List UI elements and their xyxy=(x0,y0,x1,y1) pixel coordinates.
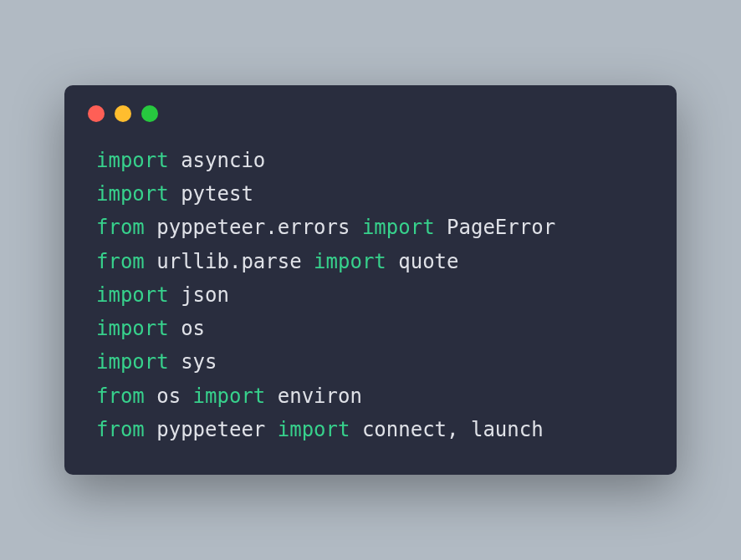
close-icon[interactable] xyxy=(88,105,105,122)
keyword: from xyxy=(96,250,145,273)
code-text: os xyxy=(169,317,205,340)
code-window: import asyncioimport pytestfrom pyppetee… xyxy=(64,85,677,476)
keyword: from xyxy=(96,418,145,441)
title-bar xyxy=(64,105,677,137)
code-text: PageError xyxy=(435,216,556,239)
maximize-icon[interactable] xyxy=(141,105,158,122)
code-text: os xyxy=(145,384,193,408)
keyword: import xyxy=(96,149,169,172)
code-text: quote xyxy=(386,250,459,273)
keyword: import xyxy=(193,384,266,408)
code-line: import os xyxy=(96,312,645,345)
keyword: import xyxy=(96,350,169,374)
code-block: import asyncioimport pytestfrom pyppetee… xyxy=(64,137,677,452)
keyword: import xyxy=(96,182,169,206)
code-line: import sys xyxy=(96,345,645,379)
code-line: import asyncio xyxy=(96,144,645,177)
keyword: import xyxy=(362,216,435,239)
code-line: import json xyxy=(96,278,645,312)
keyword: import xyxy=(96,283,169,307)
keyword: import xyxy=(314,250,386,273)
code-line: from urllib.parse import quote xyxy=(96,245,645,278)
code-text: pyppeteer xyxy=(145,418,278,441)
code-text: pyppeteer.errors xyxy=(145,216,362,239)
code-text: environ xyxy=(265,384,362,408)
code-line: from pyppeteer import connect, launch xyxy=(96,413,645,446)
code-line: from pyppeteer.errors import PageError xyxy=(96,211,645,244)
code-line: from os import environ xyxy=(96,379,645,413)
code-text: asyncio xyxy=(169,149,266,172)
code-text: sys xyxy=(169,350,217,374)
code-text: urllib.parse xyxy=(145,250,314,273)
code-text: json xyxy=(169,283,229,307)
minimize-icon[interactable] xyxy=(115,105,131,122)
keyword: import xyxy=(96,317,169,340)
keyword: from xyxy=(96,384,145,408)
code-text: pytest xyxy=(169,182,253,206)
code-line: import pytest xyxy=(96,177,645,211)
keyword: import xyxy=(278,418,350,441)
code-text: connect, launch xyxy=(350,418,543,441)
keyword: from xyxy=(96,216,145,239)
